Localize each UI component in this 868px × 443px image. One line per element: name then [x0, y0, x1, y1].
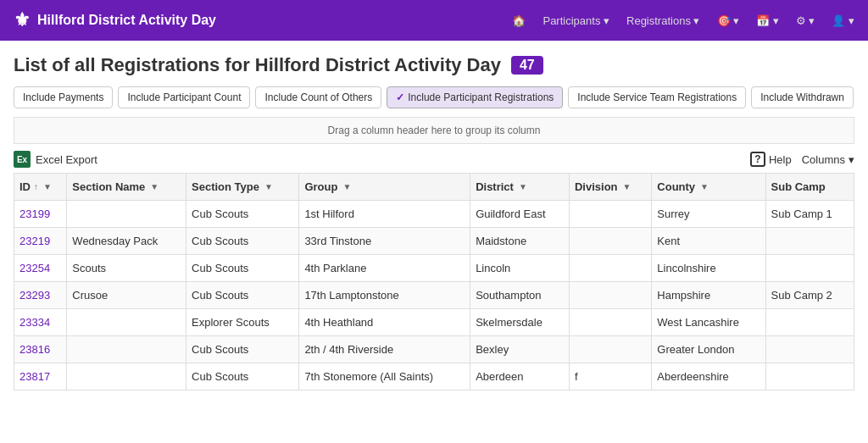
- filter-include-withdrawn-label: Include Withdrawn: [760, 91, 844, 103]
- filter-include-withdrawn[interactable]: Include Withdrawn: [751, 86, 854, 108]
- cell-id: 23817: [14, 363, 67, 390]
- row-id-link[interactable]: 23334: [19, 316, 50, 329]
- filter-include-participant-count[interactable]: Include Participant Count: [118, 86, 250, 108]
- checkmark-icon: ✓: [396, 91, 404, 103]
- cell-district: Skelmersdale: [470, 309, 570, 336]
- cell-county: Aberdeenshire: [652, 363, 765, 390]
- help-icon: ?: [750, 152, 765, 167]
- cell-section-type: Cub Scouts: [186, 255, 299, 282]
- nav-calendar[interactable]: 📅 ▾: [756, 14, 779, 27]
- cell-county: Surrey: [652, 201, 765, 228]
- cell-section-type: Cub Scouts: [186, 228, 299, 255]
- cell-sub-camp: Sub Camp 1: [765, 201, 854, 228]
- col-id: ID ↑ ▼: [14, 174, 67, 201]
- filter-buttons: Include Payments Include Participant Cou…: [14, 86, 854, 108]
- nav-registrations[interactable]: Registrations ▾: [626, 14, 699, 27]
- cell-sub-camp: [765, 336, 854, 363]
- filter-icon-division[interactable]: ▼: [623, 182, 632, 191]
- cell-group: 2th / 4th Riverside: [299, 336, 470, 363]
- row-id-link[interactable]: 23199: [19, 208, 50, 220]
- cell-group: 17th Lamptonstone: [299, 282, 470, 309]
- cell-sub-camp: [765, 309, 854, 336]
- filter-include-service-registrations-label: Include Service Team Registrations: [577, 91, 737, 103]
- cell-section-type: Cub Scouts: [186, 336, 299, 363]
- excel-export-button[interactable]: Ex Excel Export: [14, 151, 97, 168]
- table-row: 23199 Cub Scouts 1st Hilford Guildford E…: [14, 201, 854, 228]
- table-row: 23219 Wednesday Pack Cub Scouts 33rd Tin…: [14, 228, 854, 255]
- cell-id: 23334: [14, 309, 67, 336]
- filter-include-payments[interactable]: Include Payments: [14, 86, 113, 108]
- table-row: 23334 Explorer Scouts 4th Heathland Skel…: [14, 309, 854, 336]
- row-id-link[interactable]: 23254: [19, 262, 50, 274]
- table-row: 23817 Cub Scouts 7th Stonemore (All Sain…: [14, 363, 854, 390]
- cell-district: Aberdeen: [470, 363, 570, 390]
- cell-section-name: [67, 363, 186, 390]
- cell-division: [569, 228, 651, 255]
- cell-group: 4th Heathland: [299, 309, 470, 336]
- nav-participants[interactable]: Participants ▾: [542, 14, 609, 27]
- filter-include-count-of-others[interactable]: Include Count of Others: [255, 86, 381, 108]
- table-header-row: ID ↑ ▼ Section Name ▼ Section Type ▼: [14, 174, 854, 201]
- nav-home[interactable]: 🏠: [512, 14, 526, 27]
- filter-icon-section-name[interactable]: ▼: [150, 182, 159, 191]
- filter-include-participant-registrations[interactable]: ✓ Include Participant Registrations: [387, 86, 563, 108]
- nav-title: Hillford District Activity Day: [37, 13, 216, 28]
- cell-section-name: [67, 201, 186, 228]
- filter-include-participant-registrations-label: Include Participant Registrations: [408, 91, 554, 103]
- nav-target[interactable]: 🎯 ▾: [717, 14, 740, 27]
- logo-icon: ⚜: [14, 9, 31, 31]
- cell-section-name: [67, 309, 186, 336]
- col-division: Division ▼: [569, 174, 651, 201]
- filter-include-service-registrations[interactable]: Include Service Team Registrations: [568, 86, 746, 108]
- cell-group: 33rd Tinstone: [299, 228, 470, 255]
- cell-district: Bexley: [470, 336, 570, 363]
- cell-sub-camp: Sub Camp 2: [765, 282, 854, 309]
- help-label: Help: [769, 153, 792, 166]
- filter-include-payments-label: Include Payments: [23, 91, 103, 103]
- help-button[interactable]: ? Help: [750, 152, 792, 167]
- filter-icon-district[interactable]: ▼: [519, 182, 527, 191]
- row-id-link[interactable]: 23817: [19, 370, 50, 383]
- cell-district: Guildford East: [470, 201, 570, 228]
- row-id-link[interactable]: 23219: [19, 235, 50, 247]
- cell-group: 1st Hilford: [299, 201, 470, 228]
- table-row: 23254 Scouts Cub Scouts 4th Parklane Lin…: [14, 255, 854, 282]
- col-county: County ▼: [652, 174, 765, 201]
- col-district: District ▼: [470, 174, 570, 201]
- cell-district: Maidstone: [470, 228, 570, 255]
- cell-district: Southampton: [470, 282, 570, 309]
- page-title: List of all Registrations for Hillford D…: [14, 54, 501, 76]
- cell-division: [569, 309, 651, 336]
- columns-button[interactable]: Columns ▾: [802, 153, 854, 166]
- row-id-link[interactable]: 23816: [19, 343, 50, 356]
- cell-county: Kent: [652, 228, 765, 255]
- cell-group: 4th Parklane: [299, 255, 470, 282]
- filter-icon-id[interactable]: ▼: [43, 182, 52, 191]
- sort-asc-icon[interactable]: ↑: [34, 182, 38, 191]
- cell-county: Greater London: [652, 336, 765, 363]
- excel-export-label: Excel Export: [36, 153, 97, 166]
- nav-logo[interactable]: ⚜ Hillford District Activity Day: [14, 9, 216, 31]
- cell-section-type: Cub Scouts: [186, 201, 299, 228]
- filter-icon-group[interactable]: ▼: [342, 182, 351, 191]
- cell-id: 23293: [14, 282, 67, 309]
- count-badge: 47: [511, 56, 543, 75]
- filter-include-participant-count-label: Include Participant Count: [127, 91, 241, 103]
- columns-label: Columns: [802, 153, 845, 166]
- cell-group: 7th Stonemore (All Saints): [299, 363, 470, 390]
- data-table: ID ↑ ▼ Section Name ▼ Section Type ▼: [14, 173, 854, 390]
- cell-division: [569, 255, 651, 282]
- cell-id: 23219: [14, 228, 67, 255]
- row-id-link[interactable]: 23293: [19, 289, 50, 302]
- cell-id: 23254: [14, 255, 67, 282]
- nav-user[interactable]: 👤 ▾: [832, 14, 854, 27]
- filter-include-count-of-others-label: Include Count of Others: [264, 91, 372, 103]
- filter-icon-section-type[interactable]: ▼: [264, 182, 273, 191]
- page-content: List of all Registrations for Hillford D…: [0, 41, 868, 390]
- filter-icon-county[interactable]: ▼: [700, 182, 709, 191]
- cell-id: 23816: [14, 336, 67, 363]
- cell-section-name: Crusoe: [67, 282, 186, 309]
- nav-settings[interactable]: ⚙ ▾: [796, 14, 815, 27]
- excel-icon: Ex: [14, 151, 31, 168]
- table-row: 23816 Cub Scouts 2th / 4th Riverside Bex…: [14, 336, 854, 363]
